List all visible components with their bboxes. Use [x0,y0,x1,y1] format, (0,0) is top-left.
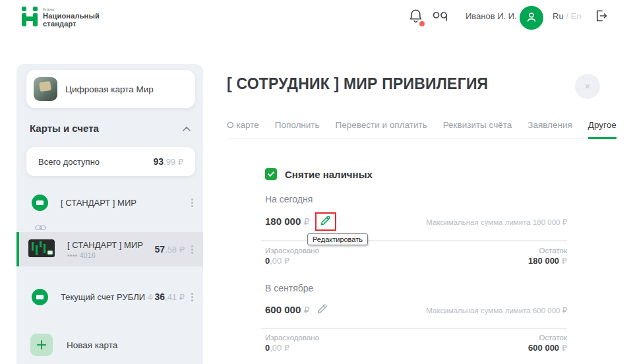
limit-amount: 180 000 ₽ [265,216,310,228]
limit-period-today: На сегодня [265,194,313,204]
limit-amount: 600 000 ₽ [265,304,310,316]
user-name[interactable]: Иванов И. И. [466,11,517,21]
account-number-masked: •••• 4016 [67,251,143,259]
account-item-standard-mir-4016-selected[interactable]: [ СТАНДАРТ ] МИР •••• 4016 57,58 ₽ [16,232,203,266]
digital-card-banner[interactable]: Цифровая карта Мир [26,70,195,108]
remaining-label: Остаток [539,247,567,255]
new-card-button[interactable]: Новая карта [16,328,203,361]
pencil-icon [320,215,331,228]
tab-other-active[interactable]: Другое [588,120,617,130]
max-limit-label-month: Максимальная сумма лимита 600 000 ₽ [426,306,567,315]
edit-tooltip: Редактировать [307,233,368,245]
bank-logo[interactable]: Банк Национальный стандарт [22,7,100,29]
edit-highlight-box [315,212,336,231]
edit-limit-button[interactable] [315,302,329,318]
logo-line2: стандарт [43,20,100,28]
profile-avatar[interactable] [520,6,543,30]
remaining-label: Остаток [539,334,567,342]
limit-amount-row-today: 180 000 ₽ [265,212,336,231]
selected-indicator [16,232,19,266]
account-item-current-rub[interactable]: Текущий счет РУБЛИ 40 36,41 ₽ [16,281,203,313]
cards-accounts-header: Карты и счета [30,122,192,135]
remaining-value: 600 000 ₽ [528,343,567,353]
account-title: Текущий счет РУБЛИ 40 [61,292,153,302]
spent-value: 0,00 ₽ [265,343,289,353]
digital-card-label: Цифровая карта Мир [65,84,154,94]
mini-card-icon [36,295,44,299]
lang-separator: / [564,11,571,21]
card-thumbnail [28,239,55,260]
lang-ru[interactable]: Ru [553,11,564,21]
chevron-up-icon [183,123,191,133]
digital-card-image [34,77,57,101]
notification-badge [419,21,425,26]
logout-button[interactable] [595,9,608,24]
checkbox-checked-icon[interactable] [265,168,277,180]
sidebar: Цифровая карта Мир Карты и счета Всего д… [16,64,203,364]
tab-account-details[interactable]: Реквизиты счёта [443,120,512,130]
language-switcher: Ru / En [553,11,581,21]
support-button[interactable] [433,11,448,24]
lang-en[interactable]: En [570,11,581,21]
limit-amount-row-month: 600 000 ₽ [265,302,329,318]
cards-accounts-title: Карты и счета [30,123,99,134]
plus-icon [30,334,53,356]
total-available-amount: 93,99 ₽ [153,156,183,167]
headset-icon [433,14,448,24]
logout-icon [595,15,608,24]
total-available-card: Всего доступно 93,99 ₽ [26,147,195,176]
tab-transfer-pay[interactable]: Перевести и оплатить [336,120,427,130]
kebab-menu-icon[interactable] [187,245,196,254]
collapse-section-button[interactable] [181,122,192,135]
account-title: [ СТАНДАРТ ] МИР [61,198,136,208]
kebab-menu-icon[interactable] [187,293,196,301]
account-item-standard-mir[interactable]: [ СТАНДАРТ ] МИР [16,187,203,218]
notifications-button[interactable] [409,8,423,26]
bank-logo-icon [22,7,39,29]
pencil-icon [316,303,328,317]
limit-period-month: В сентябре [265,283,313,293]
card-circle-icon [32,195,48,211]
spent-value: 0,00 ₽ [265,256,289,266]
tab-applications[interactable]: Заявления [528,120,572,130]
edit-limit-button[interactable] [318,214,332,229]
max-limit-label-today: Максимальная сумма лимита 180 000 ₽ [426,218,567,227]
cash-withdrawal-label: Снятие наличных [285,169,373,180]
account-balance: 36,41 ₽ [154,291,185,303]
tab-bar: О карте Пополнить Перевести и оплатить Р… [227,120,607,139]
header: Банк Национальный стандарт [0,0,633,36]
tab-about-card[interactable]: О карте [227,120,259,130]
spent-label: Израсходовано [265,334,319,342]
kebab-menu-icon[interactable] [187,198,196,207]
tab-top-up[interactable]: Пополнить [275,120,320,130]
cash-withdrawal-checkbox-row[interactable]: Снятие наличных [265,168,373,180]
account-balance: 57,58 ₽ [154,243,185,255]
card-circle-icon [32,289,48,305]
mini-card-icon [36,200,44,205]
total-available-label: Всего доступно [38,157,100,167]
limit-progress-bar-month [261,328,567,329]
page: Банк Национальный стандарт [0,0,633,364]
close-button[interactable]: × [575,74,600,99]
spent-label: Израсходовано [265,247,319,255]
page-title: [ СОТРУДНИК ] МИР ПРИВИЛЕГИЯ [227,75,488,93]
new-card-label: Новая карта [67,340,117,350]
remaining-value: 180 000 ₽ [528,256,567,266]
person-icon [526,11,537,25]
account-title: [ СТАНДАРТ ] МИР [67,240,143,250]
